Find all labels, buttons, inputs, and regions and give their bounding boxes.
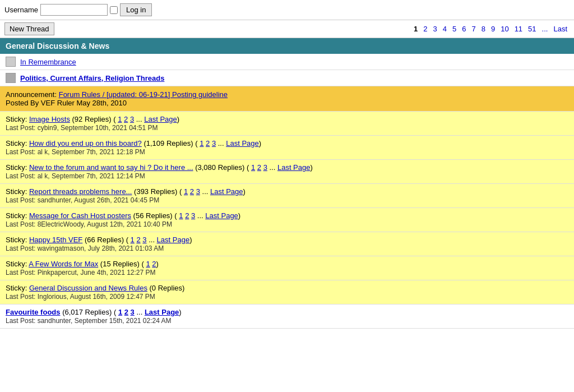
thread-lastpost-0: Last Post: sandhunter, September 15th, 2… <box>6 317 568 325</box>
page-5[interactable]: 5 <box>450 24 459 34</box>
username-label: Username <box>4 6 38 14</box>
sticky-link-7[interactable]: General Discussion and News Rules <box>29 284 147 292</box>
page-51[interactable]: 51 <box>526 24 538 34</box>
page-link[interactable]: 1 <box>146 260 150 268</box>
page-link[interactable]: 2 <box>190 187 194 196</box>
subforum-link-remembrance[interactable]: In Remembrance <box>20 58 76 66</box>
page-link[interactable]: 3 <box>142 236 146 244</box>
page-7[interactable]: 7 <box>469 24 478 34</box>
sticky-title-5: Sticky: Happy 15th VEF (66 Replies) ( 1 … <box>6 236 568 244</box>
page-10[interactable]: 10 <box>498 24 511 34</box>
page-6[interactable]: 6 <box>460 24 468 34</box>
page-8[interactable]: 8 <box>479 24 488 34</box>
sticky-lastpost-1: Last Post: al k, September 7th, 2021 12:… <box>6 148 568 156</box>
sticky-replies-0: (92 Replies) <box>72 115 112 123</box>
page-link[interactable]: 1 <box>179 211 183 220</box>
sticky-replies-2: (3,080 Replies) <box>195 163 244 172</box>
sticky-link-2[interactable]: New to the forum and want to say hi ? Do… <box>29 163 193 172</box>
page-link[interactable]: 3 <box>131 308 135 316</box>
sticky-row-1: Sticky: How did you end up on this board… <box>0 136 574 160</box>
last-page-link[interactable]: Last Page <box>277 163 311 172</box>
announcement-row: Announcement: Forum Rules / [updated: 06… <box>0 86 574 112</box>
sticky-title-0: Sticky: Image Hosts (92 Replies) ( 1 2 3… <box>6 115 568 123</box>
subforum-row-politics: Politics, Current Affairs, Religion Thre… <box>0 70 574 86</box>
sticky-prefix-4: Sticky: <box>6 211 29 220</box>
page-link[interactable]: 2 <box>257 163 261 172</box>
sticky-replies-4: (56 Replies) <box>133 211 173 220</box>
page-link[interactable]: 3 <box>263 163 267 172</box>
page-1[interactable]: 1 <box>411 24 420 34</box>
page-last[interactable]: Last <box>551 24 570 34</box>
page-link[interactable]: 3 <box>191 211 195 220</box>
sticky-replies-1: (1,109 Replies) <box>144 139 193 147</box>
announcement-posted-by: Posted By VEF Ruler May 28th, 2010 <box>6 99 127 107</box>
page-link[interactable]: 2 <box>124 115 128 123</box>
page-4[interactable]: 4 <box>441 24 449 34</box>
sticky-pages-0: ( 1 2 3 ... Last Page) <box>113 115 179 123</box>
subforum-link-politics[interactable]: Politics, Current Affairs, Religion Thre… <box>20 74 164 82</box>
last-page-link[interactable]: Last Page <box>144 115 177 123</box>
username-input[interactable] <box>40 4 108 16</box>
page-2[interactable]: 2 <box>421 24 429 34</box>
page-link[interactable]: 1 <box>200 139 203 147</box>
page-link[interactable]: 1 <box>118 115 122 123</box>
sticky-pages-2: ( 1 2 3 ... Last Page) <box>247 163 313 172</box>
thread-replies-0: (6,017 Replies) <box>62 308 112 316</box>
sticky-link-1[interactable]: How did you end up on this board? <box>29 139 142 147</box>
sticky-prefix-5: Sticky: <box>6 236 29 244</box>
top-bar: Username Log in <box>0 0 574 20</box>
sticky-prefix-1: Sticky: <box>6 139 29 147</box>
thread-link-0[interactable]: Favourite foods <box>6 308 61 316</box>
page-link[interactable]: 3 <box>212 139 216 147</box>
page-link[interactable]: 1 <box>184 187 188 196</box>
subforum-icon-remembrance <box>6 57 16 67</box>
login-area: Username Log in <box>4 3 152 16</box>
page-9[interactable]: 9 <box>489 24 497 34</box>
sticky-link-0[interactable]: Image Hosts <box>29 115 70 123</box>
sticky-pages-6: ( 1 2) <box>142 260 159 268</box>
page-link[interactable]: 1 <box>118 308 122 316</box>
last-page-link[interactable]: Last Page <box>157 236 190 244</box>
sticky-link-5[interactable]: Happy 15th VEF <box>29 236 82 244</box>
page-link[interactable]: 2 <box>136 236 140 244</box>
page-link[interactable]: 2 <box>152 260 156 268</box>
page-link[interactable]: 1 <box>131 236 135 244</box>
section-title: General Discussion & News <box>6 41 109 50</box>
sticky-link-4[interactable]: Message for Cash Host posters <box>29 211 131 220</box>
sticky-lastpost-3: Last Post: sandhunter, August 26th, 2021… <box>6 196 568 204</box>
last-page-link[interactable]: Last Page <box>145 308 179 316</box>
page-link[interactable]: 2 <box>124 308 128 316</box>
sticky-row-2: Sticky: New to the forum and want to say… <box>0 160 574 184</box>
last-page-link[interactable]: Last Page <box>210 187 243 196</box>
sticky-link-6[interactable]: A Few Words for Max <box>29 260 98 268</box>
page-11[interactable]: 11 <box>512 24 525 34</box>
sticky-prefix-2: Sticky: <box>6 163 29 172</box>
announcement-link[interactable]: Forum Rules / [updated: 06-19-21] Postin… <box>59 90 228 99</box>
page-link[interactable]: 2 <box>206 139 210 147</box>
announcement-prefix: Announcement: <box>6 90 59 99</box>
thread-row-0: Favourite foods (6,017 Replies) ( 1 2 3 … <box>0 305 574 329</box>
sticky-row-4: Sticky: Message for Cash Host posters (5… <box>0 208 574 232</box>
page-link[interactable]: 3 <box>130 115 134 123</box>
sticky-prefix-6: Sticky: <box>6 260 29 268</box>
login-button[interactable]: Log in <box>120 3 152 16</box>
thread-title-0: Favourite foods (6,017 Replies) ( 1 2 3 … <box>6 308 568 316</box>
sticky-title-1: Sticky: How did you end up on this board… <box>6 139 568 147</box>
sticky-prefix-7: Sticky: <box>6 284 29 292</box>
sticky-title-2: Sticky: New to the forum and want to say… <box>6 163 568 172</box>
sticky-row-6: Sticky: A Few Words for Max (15 Replies)… <box>0 256 574 280</box>
subforum-row-remembrance: In Remembrance <box>0 54 574 70</box>
page-link[interactable]: 3 <box>196 187 200 196</box>
sticky-lastpost-6: Last Post: Pinkpapercut, June 4th, 2021 … <box>6 269 568 276</box>
last-page-link[interactable]: Last Page <box>226 139 259 147</box>
sticky-link-3[interactable]: Report threads problems here... <box>29 187 132 196</box>
sticky-prefix-3: Sticky: <box>6 187 29 196</box>
page-link[interactable]: 2 <box>185 211 189 220</box>
page-link[interactable]: 1 <box>251 163 255 172</box>
sticky-replies-5: (66 Replies) <box>85 236 124 244</box>
new-thread-button[interactable]: New Thread <box>4 22 54 35</box>
remember-checkbox[interactable] <box>110 6 118 14</box>
last-page-link[interactable]: Last Page <box>205 211 238 220</box>
page-3[interactable]: 3 <box>431 24 439 34</box>
sticky-title-7: Sticky: General Discussion and News Rule… <box>6 284 568 292</box>
